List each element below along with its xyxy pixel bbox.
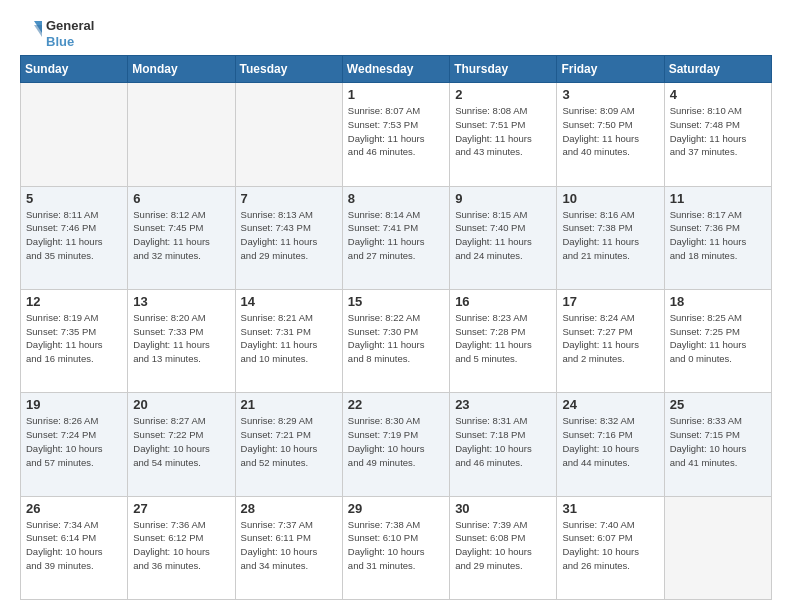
day-number: 20: [133, 397, 229, 412]
day-number: 19: [26, 397, 122, 412]
calendar-day-cell: 25Sunrise: 8:33 AM Sunset: 7:15 PM Dayli…: [664, 393, 771, 496]
day-number: 10: [562, 191, 658, 206]
day-info: Sunrise: 8:23 AM Sunset: 7:28 PM Dayligh…: [455, 311, 551, 366]
day-number: 6: [133, 191, 229, 206]
day-number: 11: [670, 191, 766, 206]
day-number: 27: [133, 501, 229, 516]
day-info: Sunrise: 8:29 AM Sunset: 7:21 PM Dayligh…: [241, 414, 337, 469]
calendar-day-cell: 17Sunrise: 8:24 AM Sunset: 7:27 PM Dayli…: [557, 289, 664, 392]
calendar-day-cell: 6Sunrise: 8:12 AM Sunset: 7:45 PM Daylig…: [128, 186, 235, 289]
calendar-header-row: Sunday Monday Tuesday Wednesday Thursday…: [21, 56, 772, 83]
calendar-day-cell: 2Sunrise: 8:08 AM Sunset: 7:51 PM Daylig…: [450, 83, 557, 186]
calendar-day-cell: [128, 83, 235, 186]
logo-general-text: General: [46, 18, 94, 34]
day-number: 22: [348, 397, 444, 412]
calendar-day-cell: 27Sunrise: 7:36 AM Sunset: 6:12 PM Dayli…: [128, 496, 235, 599]
day-number: 31: [562, 501, 658, 516]
calendar-week-row: 1Sunrise: 8:07 AM Sunset: 7:53 PM Daylig…: [21, 83, 772, 186]
logo-svg: [20, 19, 42, 49]
calendar-day-cell: 5Sunrise: 8:11 AM Sunset: 7:46 PM Daylig…: [21, 186, 128, 289]
day-info: Sunrise: 8:33 AM Sunset: 7:15 PM Dayligh…: [670, 414, 766, 469]
day-info: Sunrise: 8:16 AM Sunset: 7:38 PM Dayligh…: [562, 208, 658, 263]
day-info: Sunrise: 8:13 AM Sunset: 7:43 PM Dayligh…: [241, 208, 337, 263]
calendar-day-cell: 1Sunrise: 8:07 AM Sunset: 7:53 PM Daylig…: [342, 83, 449, 186]
calendar-day-cell: 23Sunrise: 8:31 AM Sunset: 7:18 PM Dayli…: [450, 393, 557, 496]
day-number: 1: [348, 87, 444, 102]
day-info: Sunrise: 8:19 AM Sunset: 7:35 PM Dayligh…: [26, 311, 122, 366]
day-info: Sunrise: 8:12 AM Sunset: 7:45 PM Dayligh…: [133, 208, 229, 263]
day-number: 12: [26, 294, 122, 309]
col-monday: Monday: [128, 56, 235, 83]
header: General Blue: [20, 18, 772, 49]
day-number: 24: [562, 397, 658, 412]
calendar-day-cell: 14Sunrise: 8:21 AM Sunset: 7:31 PM Dayli…: [235, 289, 342, 392]
day-number: 17: [562, 294, 658, 309]
calendar-day-cell: 29Sunrise: 7:38 AM Sunset: 6:10 PM Dayli…: [342, 496, 449, 599]
day-info: Sunrise: 8:30 AM Sunset: 7:19 PM Dayligh…: [348, 414, 444, 469]
day-number: 8: [348, 191, 444, 206]
day-info: Sunrise: 7:34 AM Sunset: 6:14 PM Dayligh…: [26, 518, 122, 573]
calendar-day-cell: 4Sunrise: 8:10 AM Sunset: 7:48 PM Daylig…: [664, 83, 771, 186]
day-info: Sunrise: 8:09 AM Sunset: 7:50 PM Dayligh…: [562, 104, 658, 159]
day-info: Sunrise: 7:36 AM Sunset: 6:12 PM Dayligh…: [133, 518, 229, 573]
day-info: Sunrise: 8:08 AM Sunset: 7:51 PM Dayligh…: [455, 104, 551, 159]
day-info: Sunrise: 8:17 AM Sunset: 7:36 PM Dayligh…: [670, 208, 766, 263]
day-number: 23: [455, 397, 551, 412]
calendar-table: Sunday Monday Tuesday Wednesday Thursday…: [20, 55, 772, 600]
col-friday: Friday: [557, 56, 664, 83]
calendar-day-cell: 15Sunrise: 8:22 AM Sunset: 7:30 PM Dayli…: [342, 289, 449, 392]
logo-blue-text: Blue: [46, 34, 94, 50]
page: General Blue Sunday Monday Tuesday Wedne…: [0, 0, 792, 612]
calendar-day-cell: 31Sunrise: 7:40 AM Sunset: 6:07 PM Dayli…: [557, 496, 664, 599]
day-info: Sunrise: 8:31 AM Sunset: 7:18 PM Dayligh…: [455, 414, 551, 469]
calendar-day-cell: 19Sunrise: 8:26 AM Sunset: 7:24 PM Dayli…: [21, 393, 128, 496]
calendar-day-cell: 20Sunrise: 8:27 AM Sunset: 7:22 PM Dayli…: [128, 393, 235, 496]
day-info: Sunrise: 8:24 AM Sunset: 7:27 PM Dayligh…: [562, 311, 658, 366]
calendar-week-row: 26Sunrise: 7:34 AM Sunset: 6:14 PM Dayli…: [21, 496, 772, 599]
col-saturday: Saturday: [664, 56, 771, 83]
day-info: Sunrise: 8:21 AM Sunset: 7:31 PM Dayligh…: [241, 311, 337, 366]
day-number: 21: [241, 397, 337, 412]
day-info: Sunrise: 7:37 AM Sunset: 6:11 PM Dayligh…: [241, 518, 337, 573]
day-number: 14: [241, 294, 337, 309]
col-thursday: Thursday: [450, 56, 557, 83]
day-number: 7: [241, 191, 337, 206]
calendar-day-cell: 3Sunrise: 8:09 AM Sunset: 7:50 PM Daylig…: [557, 83, 664, 186]
calendar-day-cell: 8Sunrise: 8:14 AM Sunset: 7:41 PM Daylig…: [342, 186, 449, 289]
day-info: Sunrise: 8:15 AM Sunset: 7:40 PM Dayligh…: [455, 208, 551, 263]
calendar-week-row: 12Sunrise: 8:19 AM Sunset: 7:35 PM Dayli…: [21, 289, 772, 392]
day-number: 28: [241, 501, 337, 516]
calendar-day-cell: 24Sunrise: 8:32 AM Sunset: 7:16 PM Dayli…: [557, 393, 664, 496]
day-info: Sunrise: 8:20 AM Sunset: 7:33 PM Dayligh…: [133, 311, 229, 366]
calendar-day-cell: 16Sunrise: 8:23 AM Sunset: 7:28 PM Dayli…: [450, 289, 557, 392]
calendar-week-row: 5Sunrise: 8:11 AM Sunset: 7:46 PM Daylig…: [21, 186, 772, 289]
day-info: Sunrise: 8:11 AM Sunset: 7:46 PM Dayligh…: [26, 208, 122, 263]
calendar-day-cell: [664, 496, 771, 599]
day-number: 29: [348, 501, 444, 516]
day-number: 16: [455, 294, 551, 309]
calendar-day-cell: 12Sunrise: 8:19 AM Sunset: 7:35 PM Dayli…: [21, 289, 128, 392]
calendar-day-cell: 7Sunrise: 8:13 AM Sunset: 7:43 PM Daylig…: [235, 186, 342, 289]
day-number: 26: [26, 501, 122, 516]
day-number: 4: [670, 87, 766, 102]
calendar-day-cell: 26Sunrise: 7:34 AM Sunset: 6:14 PM Dayli…: [21, 496, 128, 599]
day-number: 18: [670, 294, 766, 309]
day-info: Sunrise: 8:22 AM Sunset: 7:30 PM Dayligh…: [348, 311, 444, 366]
col-sunday: Sunday: [21, 56, 128, 83]
calendar-day-cell: 18Sunrise: 8:25 AM Sunset: 7:25 PM Dayli…: [664, 289, 771, 392]
calendar-day-cell: 13Sunrise: 8:20 AM Sunset: 7:33 PM Dayli…: [128, 289, 235, 392]
calendar-day-cell: 21Sunrise: 8:29 AM Sunset: 7:21 PM Dayli…: [235, 393, 342, 496]
day-number: 5: [26, 191, 122, 206]
day-info: Sunrise: 8:25 AM Sunset: 7:25 PM Dayligh…: [670, 311, 766, 366]
calendar-day-cell: 10Sunrise: 8:16 AM Sunset: 7:38 PM Dayli…: [557, 186, 664, 289]
col-wednesday: Wednesday: [342, 56, 449, 83]
calendar-day-cell: 9Sunrise: 8:15 AM Sunset: 7:40 PM Daylig…: [450, 186, 557, 289]
day-number: 15: [348, 294, 444, 309]
day-info: Sunrise: 8:14 AM Sunset: 7:41 PM Dayligh…: [348, 208, 444, 263]
calendar-day-cell: 11Sunrise: 8:17 AM Sunset: 7:36 PM Dayli…: [664, 186, 771, 289]
day-number: 2: [455, 87, 551, 102]
day-info: Sunrise: 8:26 AM Sunset: 7:24 PM Dayligh…: [26, 414, 122, 469]
calendar-day-cell: 28Sunrise: 7:37 AM Sunset: 6:11 PM Dayli…: [235, 496, 342, 599]
col-tuesday: Tuesday: [235, 56, 342, 83]
calendar-day-cell: [21, 83, 128, 186]
